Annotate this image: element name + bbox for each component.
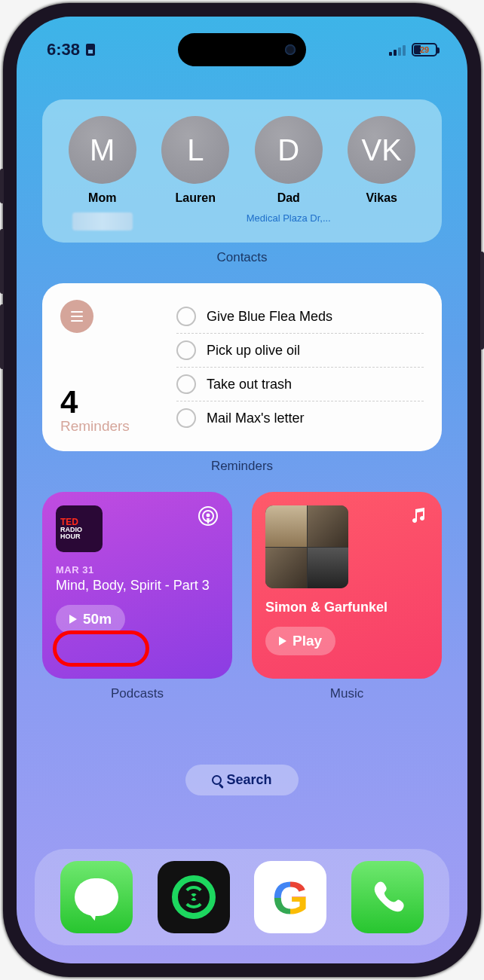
- radio-icon[interactable]: [176, 374, 196, 394]
- google-icon: G: [272, 871, 308, 924]
- spotify-app[interactable]: [158, 861, 230, 933]
- music-icon: [409, 505, 428, 525]
- screen: 6:38 29 M Mom L Lauren: [17, 17, 467, 963]
- svg-point-4: [207, 514, 210, 517]
- avatar: M: [69, 116, 136, 184]
- duration-text: 50m: [83, 611, 112, 627]
- episode-title: Mind, Body, Spirit - Part 3: [56, 577, 219, 594]
- redacted: [72, 212, 133, 230]
- contact-name: Vikas: [366, 191, 397, 205]
- cellular-icon: [389, 44, 406, 56]
- spotify-icon: [172, 875, 216, 919]
- search-pill[interactable]: Search: [185, 765, 299, 795]
- podcasts-widget[interactable]: TED RADIO HOUR MAR 31 Mind, Body, Spirit…: [42, 492, 232, 679]
- album-artwork: [265, 505, 348, 588]
- avatar: D: [255, 116, 323, 184]
- contact-sub: Medical Plaza Dr,...: [247, 212, 331, 224]
- reminders-widget[interactable]: 4 Reminders Give Blue Flea Meds Pick up …: [42, 283, 442, 451]
- reminder-item[interactable]: Take out trash: [176, 368, 424, 401]
- messages-icon: [75, 878, 118, 916]
- contact-lauren[interactable]: L Lauren: [149, 116, 243, 230]
- play-icon: [69, 615, 77, 624]
- play-pill[interactable]: 50m: [56, 605, 125, 633]
- widget-label: Contacts: [42, 250, 442, 265]
- svg-rect-1: [88, 50, 93, 53]
- contact-name: Mom: [88, 191, 116, 205]
- avatar: L: [161, 116, 229, 184]
- contact-mom[interactable]: M Mom: [56, 116, 149, 230]
- reminders-count: 4: [60, 386, 158, 418]
- music-widget[interactable]: Simon & Garfunkel Play: [252, 492, 442, 679]
- list-icon: [60, 300, 93, 333]
- radio-icon[interactable]: [176, 340, 196, 360]
- artist-title: Simon & Garfunkel: [265, 599, 428, 616]
- contact-name: Lauren: [176, 191, 216, 205]
- widget-label: Podcasts: [42, 686, 232, 701]
- podcast-artwork: TED RADIO HOUR: [56, 505, 103, 552]
- contact-vikas[interactable]: VK Vikas: [335, 116, 429, 230]
- play-icon: [279, 637, 286, 646]
- annotation-highlight: [53, 630, 149, 667]
- reminder-text: Give Blue Flea Meds: [207, 309, 332, 325]
- contact-name: Dad: [277, 191, 300, 205]
- contacts-widget[interactable]: M Mom L Lauren D Dad Medical Plaza Dr,..…: [42, 99, 442, 243]
- phone-app[interactable]: [351, 861, 424, 933]
- widget-label: Music: [252, 686, 442, 701]
- reminder-item[interactable]: Give Blue Flea Meds: [176, 300, 424, 334]
- reminder-item[interactable]: Mail Max's letter: [176, 401, 424, 435]
- clock: 6:38: [47, 40, 80, 60]
- podcasts-icon: [198, 505, 219, 527]
- reminders-title: Reminders: [60, 418, 158, 435]
- dock: G: [35, 849, 449, 945]
- search-label: Search: [226, 772, 271, 788]
- search-icon: [212, 775, 222, 785]
- reminder-item[interactable]: Pick up olive oil: [176, 334, 424, 368]
- battery-icon: 29: [412, 43, 437, 56]
- reminder-text: Mail Max's letter: [207, 411, 304, 426]
- reminder-text: Pick up olive oil: [207, 343, 300, 359]
- sim-icon: [84, 42, 96, 57]
- phone-icon: [368, 878, 407, 917]
- radio-icon[interactable]: [176, 408, 196, 428]
- phone-frame: 6:38 29 M Mom L Lauren: [3, 3, 481, 977]
- google-app[interactable]: G: [254, 861, 326, 933]
- messages-app[interactable]: [60, 861, 133, 933]
- widget-label: Reminders: [42, 459, 442, 474]
- contact-dad[interactable]: D Dad Medical Plaza Dr,...: [242, 116, 335, 230]
- dynamic-island: [178, 33, 306, 66]
- episode-date: MAR 31: [56, 564, 219, 575]
- radio-icon[interactable]: [176, 307, 196, 326]
- play-pill[interactable]: Play: [265, 627, 335, 655]
- play-text: Play: [293, 633, 322, 649]
- avatar: VK: [348, 116, 415, 184]
- reminder-text: Take out trash: [207, 377, 292, 392]
